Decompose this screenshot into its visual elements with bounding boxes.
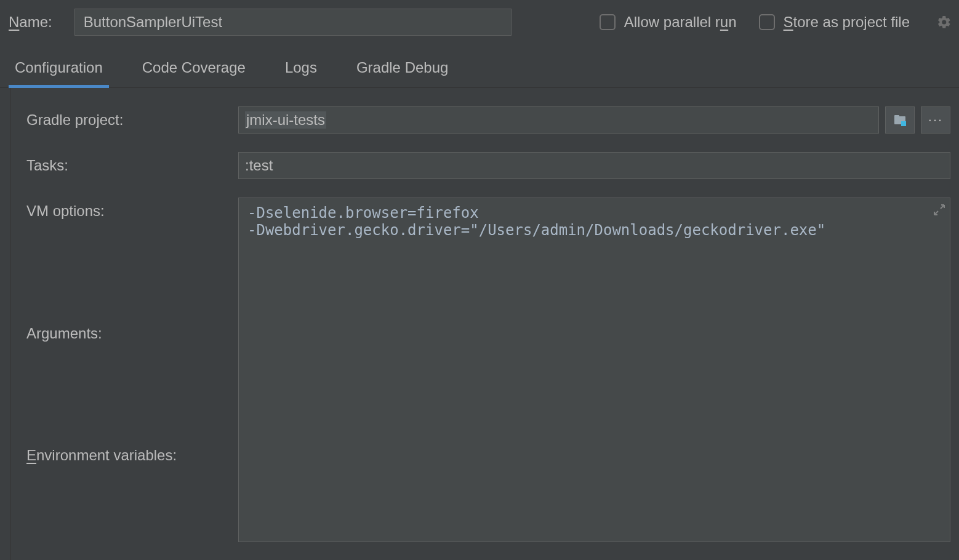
checkbox-icon xyxy=(759,14,775,30)
store-as-project-file-label: Store as project file xyxy=(784,14,910,31)
expand-icon[interactable] xyxy=(933,202,945,215)
gradle-project-browse-button[interactable]: ··· xyxy=(921,106,950,134)
tab-code-coverage[interactable]: Code Coverage xyxy=(136,59,252,87)
environment-variables-label: Environment variables: xyxy=(26,442,223,546)
checkbox-icon xyxy=(600,14,616,30)
tab-configuration[interactable]: Configuration xyxy=(9,59,109,87)
svg-rect-1 xyxy=(894,115,899,118)
tab-gradle-debug[interactable]: Gradle Debug xyxy=(350,59,454,87)
svg-rect-2 xyxy=(901,121,906,126)
tasks-label: Tasks: xyxy=(26,152,223,179)
tab-bar: Configuration Code Coverage Logs Gradle … xyxy=(0,44,959,88)
arguments-label: Arguments: xyxy=(26,320,223,424)
allow-parallel-run-label: Allow parallel run xyxy=(624,14,737,31)
tab-logs[interactable]: Logs xyxy=(279,59,323,87)
gradle-project-label: Gradle project: xyxy=(26,106,223,134)
name-label: Name: xyxy=(9,14,52,31)
tasks-input[interactable] xyxy=(238,152,950,179)
vm-options-label: VM options: xyxy=(26,198,223,302)
allow-parallel-run-checkbox[interactable]: Allow parallel run xyxy=(600,14,737,31)
store-as-project-file-checkbox[interactable]: Store as project file xyxy=(759,14,910,31)
gear-icon[interactable] xyxy=(936,14,953,31)
vm-options-textarea[interactable] xyxy=(238,198,950,542)
gradle-project-input[interactable]: jmix-ui-tests xyxy=(238,106,879,134)
gradle-project-picker-button[interactable] xyxy=(885,106,915,134)
name-input[interactable] xyxy=(74,9,512,36)
